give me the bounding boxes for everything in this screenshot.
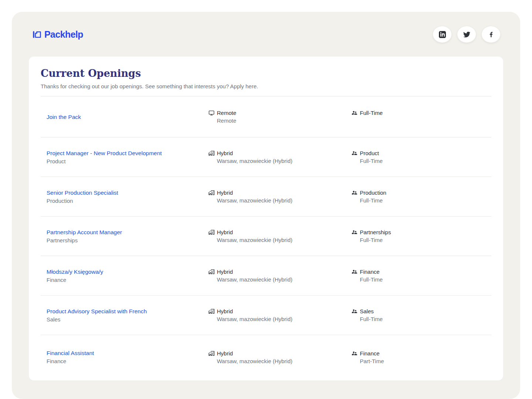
job-team-col: Production Full-Time [351, 189, 491, 204]
workplace-type-line: Hybrid [208, 228, 351, 236]
job-main-col: Product Advisory Specialist with French … [47, 307, 208, 323]
workplace-type: Hybrid [217, 228, 233, 236]
workplace-type-line: Hybrid [208, 149, 351, 157]
job-location: Warsaw, mazowieckie (Hybrid) [208, 197, 351, 204]
home-building-icon [208, 308, 215, 314]
workplace-type-line: Hybrid [208, 307, 351, 315]
job-team: Production [360, 189, 386, 197]
job-team-col: Finance Full-Time [351, 268, 491, 283]
site-header: Packhelp [12, 12, 520, 57]
job-title-link[interactable]: Product Advisory Specialist with French [47, 307, 147, 315]
job-row: Financial Assistant Finance Hybrid Warsa… [41, 335, 491, 379]
people-icon [351, 150, 358, 156]
job-main-col: Project Manager - New Product Developmen… [47, 149, 208, 165]
page-container: Packhelp Current Openings Thanks for che… [12, 12, 520, 399]
job-workplace-col: Hybrid Warsaw, mazowieckie (Hybrid) [208, 307, 351, 323]
page-subtitle: Thanks for checking out our job openings… [41, 82, 491, 90]
job-team-col: Full-Time [351, 109, 491, 125]
job-title-link[interactable]: Project Manager - New Product Developmen… [47, 149, 162, 157]
job-team: Partnerships [360, 228, 391, 236]
job-team-col: Finance Part-Time [351, 349, 491, 365]
job-location: Warsaw, mazowieckie (Hybrid) [208, 236, 351, 244]
linkedin-button[interactable] [433, 26, 452, 43]
social-links [433, 26, 501, 43]
packhelp-box-icon [33, 30, 42, 39]
job-team-col: Sales Full-Time [351, 307, 491, 323]
job-department: Sales [47, 316, 208, 323]
job-row: Partnership Account Manager Partnerships… [41, 216, 491, 256]
home-building-icon [208, 229, 215, 235]
employment-type: Full-Time [351, 315, 491, 323]
workplace-type-line: Hybrid [208, 268, 351, 276]
job-location: Remote [208, 117, 351, 125]
job-workplace-col: Hybrid Warsaw, mazowieckie (Hybrid) [208, 349, 351, 365]
job-department: Partnerships [47, 236, 208, 244]
job-workplace-col: Hybrid Warsaw, mazowieckie (Hybrid) [208, 149, 351, 165]
job-location: Warsaw, mazowieckie (Hybrid) [208, 315, 351, 323]
job-department: Finance [47, 357, 208, 365]
job-main-col: Join the Pack [47, 113, 208, 121]
job-title-link[interactable]: Join the Pack [47, 113, 81, 121]
job-team: Finance [360, 268, 379, 276]
workplace-type: Hybrid [217, 189, 233, 197]
job-title-link[interactable]: Młodsza/y Księgowa/y [47, 268, 103, 276]
job-main-col: Senior Production Specialist Production [47, 189, 208, 205]
workplace-type: Hybrid [217, 268, 233, 276]
page-title: Current Openings [41, 68, 491, 79]
employment-type [351, 117, 491, 125]
job-title-link[interactable]: Financial Assistant [47, 349, 94, 357]
team-line: Full-Time [351, 109, 491, 117]
twitter-button[interactable] [457, 26, 476, 43]
people-icon [351, 190, 358, 196]
job-location: Warsaw, mazowieckie (Hybrid) [208, 276, 351, 283]
job-department: Product [47, 157, 208, 165]
job-team: Full-Time [360, 109, 383, 117]
packhelp-logo[interactable]: Packhelp [33, 29, 83, 40]
logo-text: Packhelp [44, 29, 83, 40]
team-line: Partnerships [351, 228, 491, 236]
job-title-link[interactable]: Partnership Account Manager [47, 228, 122, 236]
job-row: Project Manager - New Product Developmen… [41, 137, 491, 177]
job-team: Sales [360, 307, 374, 315]
employment-type: Part-Time [351, 357, 491, 365]
job-title-link[interactable]: Senior Production Specialist [47, 189, 118, 197]
facebook-button[interactable] [481, 26, 501, 43]
twitter-icon [463, 31, 470, 38]
employment-type: Full-Time [351, 197, 491, 204]
team-line: Sales [351, 307, 491, 315]
team-line: Production [351, 189, 491, 197]
job-workplace-col: Hybrid Warsaw, mazowieckie (Hybrid) [208, 228, 351, 244]
employment-type: Full-Time [351, 157, 491, 165]
job-location: Warsaw, mazowieckie (Hybrid) [208, 157, 351, 165]
job-row: Product Advisory Specialist with French … [41, 296, 491, 335]
job-department: Production [47, 197, 208, 205]
job-team: Finance [360, 349, 379, 357]
team-line: Finance [351, 349, 491, 357]
job-workplace-col: Hybrid Warsaw, mazowieckie (Hybrid) [208, 268, 351, 283]
job-location: Warsaw, mazowieckie (Hybrid) [208, 357, 351, 365]
people-icon [351, 350, 358, 357]
team-line: Product [351, 149, 491, 157]
job-department: Finance [47, 276, 208, 284]
workplace-type-line: Hybrid [208, 349, 351, 357]
job-main-col: Młodsza/y Księgowa/y Finance [47, 268, 208, 284]
linkedin-icon [439, 31, 446, 38]
home-building-icon [208, 150, 215, 156]
employment-type: Full-Time [351, 276, 491, 283]
job-workplace-col: Remote Remote [208, 109, 351, 125]
team-line: Finance [351, 268, 491, 276]
job-row: Join the Pack Remote Remote Full-Time [41, 96, 491, 137]
job-workplace-col: Hybrid Warsaw, mazowieckie (Hybrid) [208, 189, 351, 204]
workplace-type: Hybrid [217, 307, 233, 315]
employment-type: Full-Time [351, 236, 491, 244]
job-main-col: Partnership Account Manager Partnerships [47, 228, 208, 244]
workplace-type-line: Hybrid [208, 189, 351, 197]
job-main-col: Financial Assistant Finance [47, 349, 208, 365]
job-row: Młodsza/y Księgowa/y Finance Hybrid Wars… [41, 256, 491, 296]
home-building-icon [208, 350, 215, 357]
facebook-icon [488, 31, 495, 38]
job-row: Senior Production Specialist Production … [41, 177, 491, 216]
people-icon [351, 110, 358, 116]
people-icon [351, 308, 358, 314]
workplace-type: Hybrid [217, 349, 233, 357]
